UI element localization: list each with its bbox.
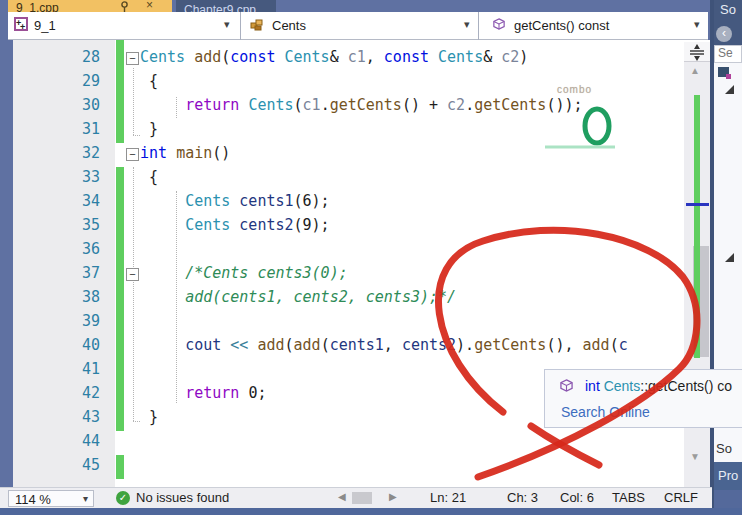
properties-header[interactable]: Pro <box>714 462 742 490</box>
solution-icon <box>718 67 729 77</box>
project-scope-label: 9_1 <box>34 18 56 33</box>
solution-search-input[interactable]: Se <box>714 45 742 63</box>
scroll-down-icon[interactable]: ▼ <box>690 451 700 462</box>
code-line-34[interactable]: 34 Cents cents1(6); <box>0 191 712 215</box>
code-line-36[interactable]: 36 <box>0 239 712 263</box>
code-line-40[interactable]: 40 cout << add(add(cents1, cents2).getCe… <box>0 335 712 359</box>
change-tracking-bar <box>116 167 124 191</box>
code-line-38[interactable]: 38 add(cents1, cents2, cents3);*/ <box>0 287 712 311</box>
line-number[interactable]: 37 <box>40 264 100 282</box>
member-dropdown[interactable]: getCents() const ▾ <box>480 12 708 40</box>
class-icon <box>250 19 264 31</box>
method-cube-icon <box>492 18 506 30</box>
navigation-bar: + + 9_1 ▾ Cents ▾ getCents() const ▾ <box>0 12 712 40</box>
line-number[interactable]: 35 <box>40 216 100 234</box>
code-text: Cents cents1(6); <box>140 192 330 210</box>
pin-icon[interactable] <box>120 1 129 12</box>
line-number[interactable]: 34 <box>40 192 100 210</box>
fold-collapse-button[interactable]: − <box>126 52 139 65</box>
fold-collapse-button[interactable]: − <box>126 268 139 281</box>
line-number[interactable]: 40 <box>40 336 100 354</box>
cpp-project-icon: + + <box>14 17 28 31</box>
zoom-level-dropdown[interactable]: 114 % ▾ <box>8 490 94 507</box>
code-text: Cents cents2(9); <box>140 216 330 234</box>
column-indicator: Col: 6 <box>560 490 594 505</box>
back-button[interactable]: ‹ <box>716 26 732 42</box>
chevron-down-icon: ▾ <box>83 493 88 504</box>
tabs-mode-indicator: TABS <box>612 490 645 505</box>
code-line-44[interactable]: 44 <box>0 431 712 455</box>
tab-9-1-cpp[interactable]: 9_1.cpp × <box>8 0 172 12</box>
line-number[interactable]: 42 <box>40 384 100 402</box>
line-number[interactable]: 43 <box>40 408 100 426</box>
type-dropdown[interactable]: Cents ▾ <box>242 12 478 40</box>
code-line-45[interactable]: 45 <box>0 455 712 479</box>
vs-editor-window: 9_1.cpp × Chapter9.cpp + + 9_1 ▾ <box>0 0 742 515</box>
line-number[interactable]: 31 <box>40 120 100 138</box>
code-text: int main() <box>140 144 230 162</box>
scroll-up-icon[interactable]: ▲ <box>690 65 700 76</box>
line-number[interactable]: 36 <box>40 240 100 258</box>
right-dock-panel: So ‹ Se So Pro <box>710 0 742 515</box>
close-icon[interactable]: × <box>146 0 153 12</box>
scroll-left-icon[interactable]: ◀ <box>338 491 346 502</box>
line-ending-indicator: CRLF <box>664 490 698 505</box>
line-indicator: Ln: 21 <box>430 490 466 505</box>
code-text: cout << add(add(cents1, cents2).getCents… <box>140 336 628 354</box>
code-line-27[interactable]: 27 <box>0 40 712 47</box>
code-line-33[interactable]: 33 { <box>0 167 712 191</box>
line-number[interactable]: 30 <box>40 96 100 114</box>
line-number[interactable]: 41 <box>40 360 100 378</box>
line-number[interactable]: 29 <box>40 72 100 90</box>
nav-separator <box>240 12 241 40</box>
chevron-down-icon[interactable]: ▾ <box>694 18 700 31</box>
code-text: return 0; <box>140 384 266 402</box>
line-number[interactable]: 39 <box>40 312 100 330</box>
window-bottom-edge <box>0 508 742 515</box>
line-number[interactable]: 45 <box>40 456 100 474</box>
tab-chapter9-cpp[interactable]: Chapter9.cpp <box>176 0 276 12</box>
code-line-35[interactable]: 35 Cents cents2(9); <box>0 215 712 239</box>
fold-collapse-button[interactable]: − <box>126 148 139 161</box>
green-zero-annotation <box>540 98 660 158</box>
chevron-down-icon[interactable]: ▾ <box>224 18 230 31</box>
code-line-29[interactable]: 29 { <box>0 71 712 95</box>
line-number[interactable]: 44 <box>40 432 100 450</box>
code-line-39[interactable]: 39 <box>0 311 712 335</box>
solution-explorer-tab[interactable]: So <box>716 441 732 456</box>
change-tracking-bar <box>116 407 124 431</box>
chevron-down-icon[interactable]: ▾ <box>464 18 470 31</box>
line-number[interactable]: 32 <box>40 144 100 162</box>
horizontal-scrollbar-thumb[interactable] <box>352 492 372 504</box>
line-number[interactable]: 28 <box>40 48 100 66</box>
project-scope-dropdown[interactable]: + + 9_1 ▾ <box>8 12 240 40</box>
zoom-level-value: 114 % <box>15 492 51 507</box>
line-number[interactable]: 27 <box>40 40 100 42</box>
scroll-right-icon[interactable]: ▶ <box>389 491 397 502</box>
change-tracking-bar <box>116 335 124 359</box>
line-number[interactable]: 38 <box>40 288 100 306</box>
code-line-37[interactable]: 37− /*Cents cents3(0); <box>0 263 712 287</box>
change-tracking-bar <box>116 239 124 263</box>
code-line-28[interactable]: 28−Cents add(const Cents& c1, const Cent… <box>0 47 712 71</box>
tree-expander-icon[interactable] <box>725 85 734 94</box>
search-online-link[interactable]: Search Online <box>561 404 650 420</box>
tree-expander-icon[interactable] <box>725 253 734 262</box>
tab-inactive-label: Chapter9.cpp <box>184 3 256 12</box>
quick-info-tooltip: int Cents::getCents() co Search Online <box>544 369 742 428</box>
change-tracking-bar <box>116 71 124 95</box>
scrollbar-caret-marker <box>686 203 709 206</box>
no-issues-check-icon: ✓ <box>116 491 130 505</box>
line-number[interactable]: 33 <box>40 168 100 186</box>
panel-divider[interactable] <box>710 0 714 515</box>
split-window-handle[interactable] <box>684 42 710 62</box>
code-text: return Cents(c1.getCents() + c2.getCents… <box>140 96 583 114</box>
change-tracking-bar <box>116 263 124 287</box>
combo-watermark-text: combo <box>557 84 592 95</box>
character-indicator: Ch: 3 <box>507 490 538 505</box>
code-text: } <box>140 408 158 426</box>
issues-status-label: No issues found <box>136 490 229 505</box>
type-label: Cents <box>272 18 306 33</box>
search-placeholder: Se <box>718 46 733 60</box>
tab-active-label: 9_1.cpp <box>16 1 59 12</box>
